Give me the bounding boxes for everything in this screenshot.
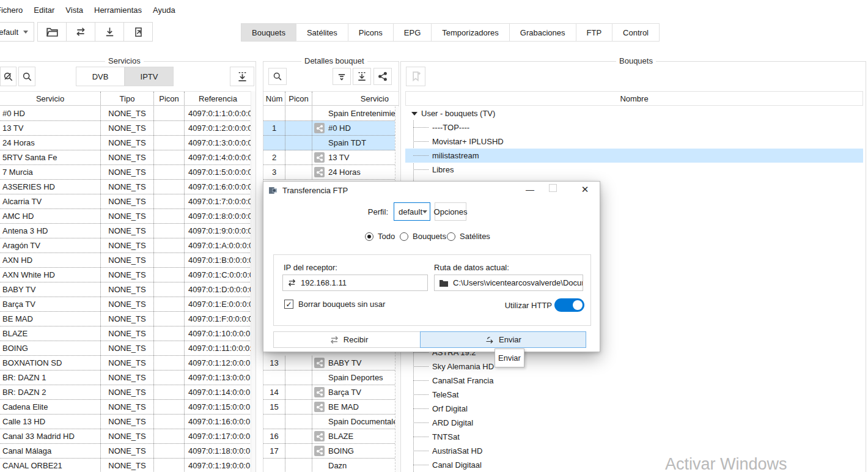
bouquet-tree-item[interactable]: TNTSat (405, 430, 863, 444)
service-row[interactable]: BOXNATION SDNONE_TS4097:0:1:12:0:0:0:0:0… (0, 356, 251, 371)
minimize-button[interactable]: — (521, 182, 539, 197)
service-row[interactable]: Aragón TVNONE_TS4097:0:1:A:0:0:0:0:0:0 (0, 238, 251, 253)
service-row[interactable]: BR: DAZN 2NONE_TS4097:0:1:14:0:0:0:0:0:0 (0, 385, 251, 400)
bouquet-entry-row[interactable]: 17BOING (263, 444, 395, 459)
bouquet-entry-row[interactable]: 16BLAZE (263, 429, 395, 444)
data-path-input[interactable]: C:\Users\vicentearcosvalverde\Documents\ (434, 275, 583, 291)
menu-fichero[interactable]: Fichero (0, 4, 28, 17)
receive-button[interactable]: Recibir (273, 331, 424, 348)
service-row[interactable]: Cadena EliteNONE_TS4097:0:1:15:0:0:0:0:0… (0, 400, 251, 415)
service-row[interactable]: Canal 33 Madrid HDNONE_TS4097:0:1:17:0:0… (0, 429, 251, 444)
service-row[interactable]: BABY TVNONE_TS4097:0:1:D:0:0:0:0:0:0 (0, 282, 251, 297)
http-toggle[interactable] (554, 298, 584, 312)
menu-vista[interactable]: Vista (60, 4, 89, 17)
service-row[interactable]: BOINGNONE_TS4097:0:1:11:0:0:0:0:0:0 (0, 341, 251, 356)
services-scrollbar[interactable] (251, 91, 256, 472)
column-servicio[interactable]: Servicio (312, 92, 395, 105)
service-row[interactable]: AXN White HDNONE_TS4097:0:1:C:0:0:0:0:0:… (0, 268, 251, 282)
details-share-button[interactable] (373, 68, 392, 85)
bouquet-entry-row[interactable]: 14Barça TV (263, 385, 395, 400)
tab-picons[interactable]: Picons (348, 23, 394, 42)
add-bouquet-button[interactable] (406, 67, 425, 86)
radio-todo[interactable]: Todo (365, 232, 395, 241)
service-row[interactable]: Canal MálagaNONE_TS4097:0:1:18:0:0:0:0:0… (0, 444, 251, 459)
menu-ayuda[interactable]: Ayuda (147, 4, 181, 17)
dialog-profile-combobox[interactable]: default (394, 202, 430, 221)
bouquet-tree-item[interactable]: ----TOP---- (405, 120, 863, 135)
transfer-button[interactable] (66, 22, 95, 42)
bouquet-tree-item[interactable]: Orf Digital (405, 402, 863, 416)
filter-button[interactable] (333, 68, 351, 85)
marker-row[interactable]: Spain Entretenimient (263, 106, 395, 121)
service-row[interactable]: BE MADNONE_TS4097:0:1:F:0:0:0:0:0:0 (0, 312, 251, 326)
service-row[interactable]: 7 MurciaNONE_TS4097:0:1:5:0:0:0:0:0:0 (0, 165, 251, 180)
bouquet-tree-item[interactable]: Canal Digitaal (405, 458, 863, 472)
tab-control[interactable]: Control (612, 23, 660, 42)
bouquet-tree-item[interactable]: milistastream (405, 149, 863, 163)
maximize-button[interactable] (549, 184, 557, 192)
service-row[interactable]: Antena 3 HDNONE_TS4097:0:1:9:0:0:0:0:0:0 (0, 224, 251, 238)
close-button[interactable]: ✕ (576, 182, 594, 197)
service-row[interactable]: Alcarria TVNONE_TS4097:0:1:7:0:0:0:0:0:0 (0, 194, 251, 209)
column-referencia[interactable]: Referencia (185, 92, 251, 105)
column-tipo[interactable]: Tipo (101, 92, 154, 105)
service-row[interactable]: #0 HDNONE_TS4097:0:1:1:0:0:0:0:0:0 (0, 106, 251, 121)
bouquet-tree-item[interactable]: Movistar+ IPLUSHD (405, 135, 863, 149)
radio-bouquets[interactable]: Bouquets (400, 232, 446, 241)
ip-input[interactable]: 192.168.1.11 (282, 275, 428, 291)
bouquet-tree-item[interactable]: AustriaSat HD (405, 444, 863, 458)
bouquet-tree-item[interactable]: TeleSat (405, 388, 863, 402)
options-button[interactable]: Opciones (435, 202, 466, 221)
marker-row[interactable]: Spain TDT (263, 136, 395, 150)
iptv-toggle-button[interactable]: IPTV (125, 67, 174, 86)
tab-grabaciones[interactable]: Grabaciones (509, 23, 576, 42)
bouquet-entry-row[interactable]: 213 TV (263, 150, 395, 165)
menu-herramientas[interactable]: Herramientas (89, 4, 147, 17)
delete-unused-checkbox[interactable]: ✓ Borrar bouquets sin usar (284, 300, 385, 309)
dvb-toggle-button[interactable]: DVB (76, 67, 125, 86)
service-row[interactable]: 5RTV Santa FeNONE_TS4097:0:1:4:0:0:0:0:0… (0, 150, 251, 165)
profile-combobox[interactable]: default (0, 22, 34, 42)
service-row[interactable]: A3SERIES HDNONE_TS4097:0:1:6:0:0:0:0:0:0 (0, 180, 251, 194)
marker-row[interactable]: Spain Deportes (263, 371, 395, 385)
service-row[interactable]: CANAL ORBE21NONE_TS4097:0:1:19:0:0:0:0:0… (0, 459, 251, 472)
column-servicio[interactable]: Servicio (0, 92, 101, 105)
tab-temporizadores[interactable]: Temporizadores (431, 23, 510, 42)
service-row[interactable]: 13 TVNONE_TS4097:0:1:2:0:0:0:0:0:0 (0, 121, 251, 136)
service-row[interactable]: Barça TVNONE_TS4097:0:1:E:0:0:0:0:0:0 (0, 297, 251, 312)
column-num[interactable]: Núm (263, 92, 285, 105)
service-row[interactable]: 24 HorasNONE_TS4097:0:1:3:0:0:0:0:0:0 (0, 136, 251, 150)
service-row[interactable]: AXN HDNONE_TS4097:0:1:B:0:0:0:0:0:0 (0, 253, 251, 268)
send-button[interactable]: Enviar (420, 331, 586, 348)
service-row[interactable]: BLAZENONE_TS4097:0:1:10:0:0:0:0:0:0 (0, 326, 251, 341)
dialog-titlebar[interactable]: Transferencia FTP — ✕ (263, 182, 600, 199)
marker-row[interactable]: Spain Documentales (263, 415, 395, 429)
tab-ftp[interactable]: FTP (576, 23, 613, 42)
bouquet-entry-row[interactable]: 13BABY TV (263, 356, 395, 371)
download-button[interactable] (95, 22, 124, 42)
search-button[interactable] (18, 67, 35, 86)
column-picon[interactable]: Picon (154, 92, 185, 105)
bouquet-tree-item[interactable]: Sky Alemania HD (405, 360, 863, 374)
marker-row[interactable]: Dazn (263, 459, 395, 472)
open-file-button[interactable] (37, 22, 67, 42)
bouquet-tree-item[interactable]: ARD Digital (405, 416, 863, 430)
tab-epg[interactable]: EPG (393, 23, 432, 42)
service-row[interactable]: Calle 13 HDNONE_TS4097:0:1:16:0:0:0:0:0:… (0, 415, 251, 429)
radio-satélites[interactable]: Satélites (447, 232, 490, 241)
tab-satélites[interactable]: Satélites (296, 23, 348, 42)
details-import-button[interactable] (353, 68, 371, 85)
tree-root[interactable]: User - bouquets (TV) (405, 106, 863, 120)
clear-search-button[interactable] (0, 67, 17, 86)
bouquet-tree-item[interactable]: CanalSat Francia (405, 374, 863, 388)
column-picon[interactable]: Picon (285, 92, 312, 105)
export-button[interactable] (123, 22, 153, 42)
import-services-button[interactable] (230, 67, 254, 86)
service-row[interactable]: AMC HDNONE_TS4097:0:1:8:0:0:0:0:0:0 (0, 209, 251, 224)
menu-editar[interactable]: Editar (28, 4, 60, 17)
bouquet-entry-row[interactable]: 1#0 HD (263, 121, 395, 136)
tab-bouquets[interactable]: Bouquets (241, 23, 296, 42)
details-search-button[interactable] (268, 68, 287, 85)
service-row[interactable]: BR: DAZN 1NONE_TS4097:0:1:13:0:0:0:0:0:0 (0, 371, 251, 385)
bouquet-tree-item[interactable]: Libres (405, 163, 863, 177)
